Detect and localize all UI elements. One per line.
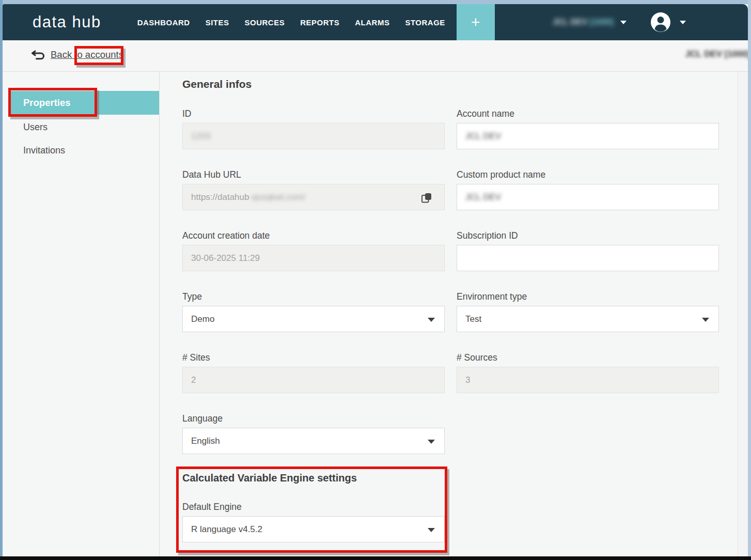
url-value-redacted: -qxzqkwt.com/ [249, 192, 305, 203]
current-account-context-redacted: JCL DEV [1000] [685, 49, 750, 59]
form-column-right: Account name JCL DEV Custom product name… [457, 108, 719, 413]
id-input: 1203 [182, 123, 445, 149]
custom-product-name-input[interactable]: JCL DEV [457, 184, 719, 210]
page-title: General infos [182, 78, 252, 90]
sites-count-label: # Sites [182, 352, 445, 363]
sidebar-item-properties[interactable]: Properties [9, 91, 159, 115]
type-select[interactable]: Demo [182, 306, 445, 332]
sidebar-item-invitations[interactable]: Invitations [23, 145, 65, 156]
add-button[interactable]: + [457, 4, 495, 40]
sources-count-value: 3 [465, 375, 470, 385]
field-default-engine: Default Engine R language v4.5.2 [182, 502, 445, 542]
chevron-down-icon [680, 21, 686, 24]
custom-product-name-label: Custom product name [457, 169, 719, 180]
environment-type-value: Test [465, 314, 481, 324]
field-sites-count: # Sites 2 [182, 352, 445, 393]
main-content: General infos ID 1203 Data Hub URL https… [160, 72, 748, 556]
sidebar-item-users[interactable]: Users [23, 122, 48, 133]
window-border-right [748, 0, 751, 560]
custom-product-name-value-redacted: JCL DEV [465, 192, 501, 203]
default-engine-select[interactable]: R language v4.5.2 [182, 516, 445, 542]
sources-count-input: 3 [457, 367, 719, 393]
environment-type-select[interactable]: Test [457, 306, 719, 332]
subscription-id-label: Subscription ID [457, 230, 719, 241]
account-name-input[interactable]: JCL DEV [457, 123, 719, 149]
datahub-logo: data hub [33, 13, 101, 32]
sites-count-input: 2 [182, 367, 445, 393]
nav-dashboard[interactable]: DASHBOARD [137, 18, 190, 27]
field-data-hub-url: Data Hub URL https://datahub-qxzqkwt.com… [182, 169, 445, 210]
field-account-name: Account name JCL DEV [457, 108, 719, 149]
form-column-left: ID 1203 Data Hub URL https://datahub-qxz… [182, 108, 445, 560]
window-border-top [0, 0, 751, 4]
scrollbar[interactable] [738, 72, 748, 556]
back-link-target: accounts [85, 49, 123, 60]
creation-date-label: Account creation date [182, 230, 445, 241]
chevron-down-icon [428, 528, 435, 532]
engine-section-title: Calculated Variable Engine settings [182, 472, 445, 484]
field-environment-type: Environment type Test [457, 291, 719, 332]
creation-date-input: 30-06-2025 11:29 [182, 245, 445, 271]
url-prefix: https://datahub [191, 192, 249, 203]
data-hub-url-label: Data Hub URL [182, 169, 445, 180]
chevron-down-icon [428, 440, 435, 444]
window-border-left [0, 0, 3, 560]
account-name-value-redacted: JCL DEV [465, 131, 501, 142]
data-hub-url-input: https://datahub-qxzqkwt.com/ [182, 184, 445, 210]
top-navbar: data hub DASHBOARD SITES SOURCES REPORTS… [3, 4, 748, 40]
field-language: Language English [182, 413, 445, 454]
chevron-down-icon [702, 318, 709, 322]
type-value: Demo [191, 314, 214, 324]
nav-sites[interactable]: SITES [206, 18, 229, 27]
nav-sources[interactable]: SOURCES [245, 18, 285, 27]
field-sources-count: # Sources 3 [457, 352, 719, 393]
back-to-accounts-link[interactable]: Back to accounts [31, 49, 123, 60]
field-id: ID 1203 [182, 108, 445, 149]
user-menu[interactable] [650, 12, 686, 33]
environment-type-label: Environment type [457, 291, 719, 302]
avatar-icon [650, 12, 671, 33]
field-type: Type Demo [182, 291, 445, 332]
nav-alarms[interactable]: ALARMS [355, 18, 389, 27]
main-nav: DASHBOARD SITES SOURCES REPORTS ALARMS S… [137, 18, 445, 27]
account-name-redacted: JCL DEV [1000] [553, 18, 614, 27]
window-border-bottom [0, 556, 751, 560]
chevron-down-icon [620, 21, 627, 24]
copy-icon[interactable] [420, 192, 433, 204]
field-subscription-id: Subscription ID [457, 230, 719, 271]
breadcrumb-bar: Back to accounts JCL DEV [1000] [3, 40, 748, 72]
sources-count-label: # Sources [457, 352, 719, 363]
creation-date-value: 30-06-2025 11:29 [191, 253, 260, 263]
nav-reports[interactable]: REPORTS [300, 18, 339, 27]
language-value: English [191, 436, 220, 446]
app-window: data hub DASHBOARD SITES SOURCES REPORTS… [0, 0, 751, 560]
id-value-redacted: 1203 [191, 131, 211, 142]
subscription-id-input[interactable] [457, 245, 719, 271]
account-name-label: Account name [457, 108, 719, 119]
language-select[interactable]: English [182, 428, 445, 454]
default-engine-value: R language v4.5.2 [191, 524, 262, 535]
sidebar: Properties Users Invitations [3, 72, 160, 556]
chevron-down-icon [428, 318, 435, 322]
return-arrow-icon [31, 50, 45, 60]
back-link-label: Back to accounts [51, 49, 123, 60]
nav-storage[interactable]: STORAGE [405, 18, 445, 27]
type-label: Type [182, 291, 445, 302]
field-custom-product-name: Custom product name JCL DEV [457, 169, 719, 210]
sites-count-value: 2 [191, 375, 196, 385]
account-switcher[interactable]: JCL DEV [1000] [553, 18, 627, 27]
default-engine-label: Default Engine [182, 502, 445, 512]
id-label: ID [182, 108, 445, 119]
language-label: Language [182, 413, 445, 424]
field-account-creation-date: Account creation date 30-06-2025 11:29 [182, 230, 445, 271]
